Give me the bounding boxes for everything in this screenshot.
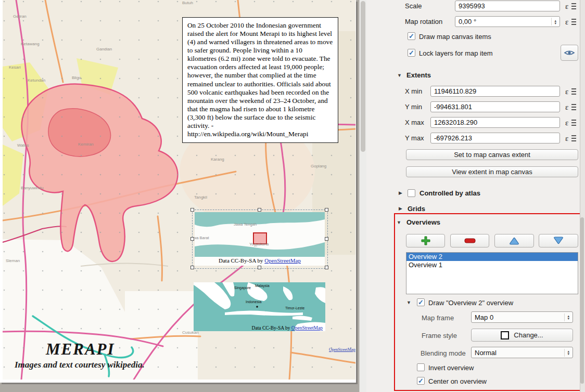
selection-handle-w[interactable] xyxy=(190,237,194,241)
ymax-input[interactable]: -697926.213 xyxy=(430,133,560,143)
move-overview-up-button[interactable] xyxy=(494,234,534,247)
move-overview-down-button[interactable] xyxy=(539,234,578,247)
remove-overview-button[interactable] xyxy=(450,234,489,247)
atlas-collapse-arrow[interactable]: ▶ xyxy=(399,190,402,195)
svg-text:Banyuwindu: Banyuwindu xyxy=(21,186,44,190)
scale-input[interactable]: 9395993 xyxy=(455,1,560,11)
blending-mode-label: Blending mode xyxy=(421,349,466,357)
selection-handle-s[interactable] xyxy=(258,266,261,269)
view-extent-in-map-canvas-button[interactable]: View extent in map canvas xyxy=(406,166,578,177)
overviews-collapse-arrow[interactable]: ▼ xyxy=(397,220,401,225)
map-rotation-label: Map rotation xyxy=(405,18,442,25)
selection-handle-se[interactable] xyxy=(325,266,328,269)
extents-collapse-arrow[interactable]: ▼ xyxy=(397,73,402,78)
composer-canvas[interactable]: Butuh Gejiran Ketawang Gandian Kesari Ke… xyxy=(0,0,359,392)
scale-label: Scale xyxy=(405,2,422,10)
combo-arrows-icon[interactable]: ▴▾ xyxy=(564,349,569,357)
scale-data-defined-button[interactable]: ε xyxy=(564,1,578,11)
invert-overview-checkbox[interactable]: ✓ xyxy=(417,363,425,371)
svg-text:Kesari: Kesari xyxy=(9,65,21,70)
map-rotation-input[interactable]: 0,00 ° ▴▾ xyxy=(455,16,560,27)
qgis-composer-window: Butuh Gejiran Ketawang Gandian Kesari Ke… xyxy=(0,0,585,392)
expression-icon: ε xyxy=(565,17,577,27)
set-to-map-canvas-extent-button[interactable]: Set to map canvas extent xyxy=(406,149,578,160)
svg-text:Timor-Leste: Timor-Leste xyxy=(285,306,304,310)
expression-icon: ε xyxy=(565,134,577,143)
selection-handle-nw[interactable] xyxy=(190,208,194,212)
text-annotation-item[interactable]: On 25 October 2010 the Indonesian govern… xyxy=(182,17,338,143)
add-overview-button[interactable] xyxy=(406,234,445,247)
xmin-label: X min xyxy=(405,87,422,95)
selection-handle-ne[interactable] xyxy=(325,208,328,212)
svg-text:Indonesia: Indonesia xyxy=(246,300,261,304)
svg-text:Kemiran: Kemiran xyxy=(78,142,94,147)
draw-map-canvas-items-checkbox[interactable]: ✓ xyxy=(408,32,415,40)
center-on-overview-checkbox[interactable]: ✓ xyxy=(417,377,425,385)
extents-section-title: Extents xyxy=(406,71,431,79)
rotation-data-defined-button[interactable]: ε xyxy=(564,16,578,27)
xmin-data-defined-button[interactable]: ε xyxy=(564,86,578,97)
xmin-input[interactable]: 11946110.829 xyxy=(430,86,560,97)
canvas-vertical-scrollbar[interactable] xyxy=(359,0,366,392)
svg-text:Singapore: Singapore xyxy=(234,286,251,290)
svg-text:Tangkil: Tangkil xyxy=(194,195,207,200)
overview1-attribution: Data CC-By-SA by OpenStreetMap xyxy=(219,257,301,264)
ymin-input[interactable]: -994631.801 xyxy=(430,101,560,112)
svg-text:Karang: Karang xyxy=(211,157,224,162)
overviews-list[interactable]: Overview 2 Overview 1 xyxy=(406,252,578,294)
svg-text:Ketundan: Ketundan xyxy=(28,78,45,83)
combo-arrows-icon[interactable]: ▴▾ xyxy=(564,313,569,321)
grids-collapse-arrow[interactable]: ▶ xyxy=(399,206,402,211)
center-on-overview-label: Center on overview xyxy=(428,377,487,385)
ymin-label: Y min xyxy=(405,103,422,111)
canvas-scrollbar-thumb[interactable] xyxy=(361,1,365,152)
map-frame-combo[interactable]: Map 0 ▴▾ xyxy=(471,311,573,323)
panel-scrollbar-thumb[interactable] xyxy=(580,217,584,384)
controlled-by-atlas-checkbox[interactable]: ✓ xyxy=(408,189,415,197)
svg-text:ε: ε xyxy=(565,87,568,96)
expression-icon: ε xyxy=(565,2,577,11)
spinner-arrows-icon[interactable]: ▴▾ xyxy=(551,18,556,25)
lock-layers-checkbox[interactable]: ✓ xyxy=(408,49,415,57)
frame-color-swatch xyxy=(501,331,509,339)
svg-text:ε: ε xyxy=(565,2,568,10)
draw-overview-collapse-arrow[interactable]: ▼ xyxy=(406,300,411,305)
ymax-data-defined-button[interactable]: ε xyxy=(564,133,578,143)
blending-mode-combo[interactable]: Normal ▴▾ xyxy=(471,347,573,358)
map-center-dot xyxy=(256,306,258,308)
item-properties-panel: Scale 9395993 ε Map rotation 0,00 ° ▴▾ ε… xyxy=(366,0,580,392)
ymax-label: Y max xyxy=(405,134,424,142)
check-icon: ✓ xyxy=(418,377,424,385)
selection-handle-e[interactable] xyxy=(325,237,328,241)
svg-text:ε: ε xyxy=(565,103,568,111)
list-item-overview-1[interactable]: Overview 1 xyxy=(406,261,578,269)
expression-icon: ε xyxy=(565,87,577,96)
expression-icon: ε xyxy=(565,118,577,127)
lock-layers-label: Lock layers for map item xyxy=(419,49,493,57)
ymin-data-defined-button[interactable]: ε xyxy=(564,101,578,112)
svg-text:ε: ε xyxy=(565,119,568,127)
layer-visibility-button[interactable] xyxy=(561,45,578,61)
frame-style-change-button[interactable]: Change... xyxy=(471,329,573,342)
draw-overview-checkbox[interactable]: ✓ xyxy=(417,298,425,306)
check-icon: ✓ xyxy=(409,49,414,57)
xmax-data-defined-button[interactable]: ε xyxy=(564,117,578,128)
svg-text:Jawa Barat: Jawa Barat xyxy=(195,236,209,240)
map-subtitle[interactable]: Images and text courtesy wikipedia. xyxy=(15,360,145,370)
overview-map-2-item[interactable]: Singapore Malaysia Indonesia Timor-Leste… xyxy=(194,282,325,331)
svg-text:Goplang: Goplang xyxy=(311,164,326,168)
osm-link: OpenStreetMap xyxy=(291,325,323,331)
composition-page[interactable]: Butuh Gejiran Ketawang Gandian Kesari Ke… xyxy=(0,0,356,383)
down-arrow-icon xyxy=(552,237,565,245)
expression-icon: ε xyxy=(565,102,577,112)
overviews-section-title: Overviews xyxy=(406,218,440,226)
osm-link: OpenStreetMap xyxy=(264,257,301,264)
selection-handle-sw[interactable] xyxy=(190,266,194,269)
map-title[interactable]: MERAPI xyxy=(46,340,115,359)
overview-map-1-item[interactable]: Jawa Barat Jawa Tengah Yogyakarta Data C… xyxy=(195,212,325,266)
list-item-overview-2[interactable]: Overview 2 xyxy=(406,253,578,261)
selection-handle-n[interactable] xyxy=(258,208,261,212)
svg-text:Bligo: Bligo xyxy=(72,75,81,80)
xmax-input[interactable]: 12632018.290 xyxy=(430,117,560,128)
svg-text:Ketawang: Ketawang xyxy=(21,42,40,46)
